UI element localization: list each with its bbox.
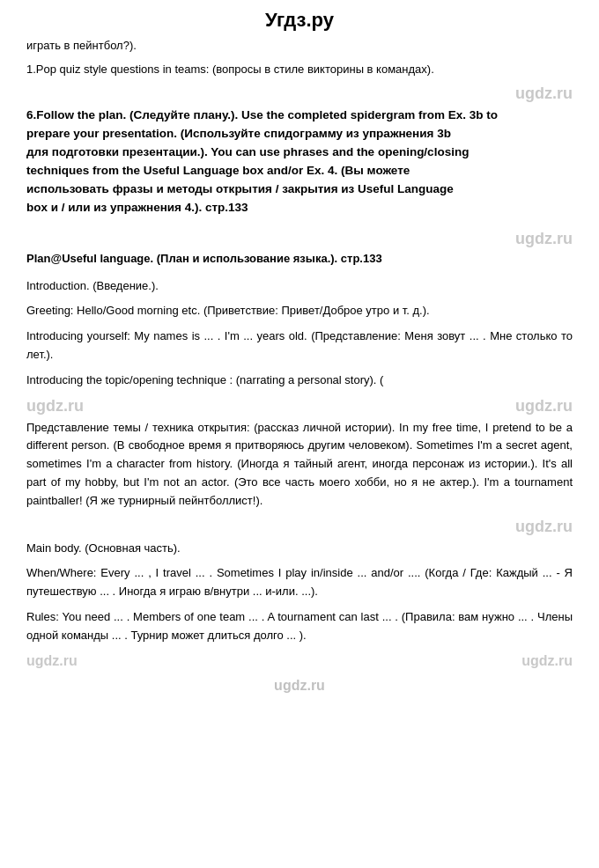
section6-line6: box и / или из упражнения 4.). стр.133 [26,201,248,214]
section6-line2: prepare your presentation. (Используйте … [26,127,451,140]
main-body-text: Main body. (Основная часть). [26,540,573,558]
center-bottom-watermark-row: ugdz.ru [26,678,573,694]
greeting-block: Greeting: Hello/Good morning etc. (Приве… [26,302,573,320]
quiz-item: 1.Pop quiz style questions in teams: (во… [26,63,573,76]
plan-heading: Plan@Useful language. (План и использова… [26,252,573,265]
rules-text: Rules: You need ... . Members of one tea… [26,608,573,645]
introducing-yourself-block: Introducing yourself: My names is ... . … [26,327,573,364]
watermark-4: ugdz.ru [515,518,573,536]
section6-block: 6.Follow the plan. (Следуйте плану.). Us… [26,107,573,217]
introduction-section: Introduction. (Введение.). [26,277,573,296]
bottom-watermarks-row: ugdz.ru ugdz.ru [26,653,573,669]
watermark-row-2: ugdz.ru [26,230,573,248]
introducing-topic-content-block: Представление темы / техника открытия: (… [26,419,573,511]
intro-heading: Introduction. (Введение.). [26,277,573,296]
section6-line3: для подготовки презентации.). You can us… [26,145,469,158]
introducing-topic-block: Introducing the topic/opening technique … [26,371,573,390]
watermark-row-4: ugdz.ru [26,518,573,536]
section6-line4: techniques from the Useful Language box … [26,164,410,177]
watermark-row-3: ugdz.ru ugdz.ru [26,397,573,416]
introducing-topic-text1: Introducing the topic/opening technique … [26,371,573,390]
page-title: Угдз.ру [26,9,573,32]
greeting-text: Greeting: Hello/Good morning etc. (Приве… [26,302,573,320]
watermark-1: ugdz.ru [515,85,573,103]
main-body-block: Main body. (Основная часть). [26,540,573,558]
introducing-topic-text2: Представление темы / техника открытия: (… [26,419,573,511]
introducing-yourself-text: Introducing yourself: My names is ... . … [26,327,573,364]
watermark-2: ugdz.ru [515,230,573,248]
intro-text: играть в пейнтбол?). [26,39,573,52]
bottom-watermark-right: ugdz.ru [521,653,573,669]
section6-line5: использовать фразы и методы открытия / з… [26,182,454,195]
rules-block: Rules: You need ... . Members of one tea… [26,608,573,645]
center-bottom-watermark: ugdz.ru [274,678,325,693]
watermark-3a: ugdz.ru [26,397,84,416]
watermark-row-1: ugdz.ru [26,85,573,103]
when-where-text: When/Where: Every ... , I travel ... . S… [26,564,573,601]
section6-line1: 6.Follow the plan. (Следуйте плану.). Us… [26,108,498,121]
watermark-3b: ugdz.ru [515,397,573,416]
bottom-watermark-left: ugdz.ru [26,653,78,669]
when-where-block: When/Where: Every ... , I travel ... . S… [26,564,573,601]
